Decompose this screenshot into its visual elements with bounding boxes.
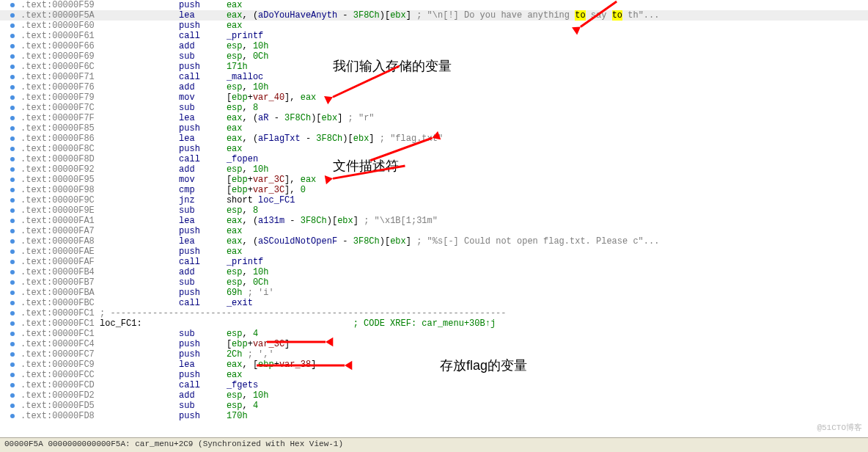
mnemonic: push: [179, 349, 200, 360]
breakpoint-dot[interactable]: [10, 229, 15, 233]
asm-line[interactable]: .text:00000FAF call _printf: [0, 257, 868, 267]
address: .text:00000F5A: [21, 10, 95, 21]
breakpoint-dot[interactable]: [10, 44, 15, 48]
asm-line[interactable]: .text:00000FC1 sub esp, 4: [0, 329, 868, 339]
mnemonic: add: [179, 41, 195, 51]
breakpoint-dot[interactable]: [10, 13, 15, 18]
asm-line[interactable]: .text:00000F95 mov [ebp+var_3C], eax: [0, 175, 868, 185]
breakpoint-dot[interactable]: [10, 95, 15, 100]
breakpoint-dot[interactable]: [10, 219, 15, 223]
asm-line[interactable]: .text:00000FD5 sub esp, 4: [0, 401, 868, 411]
mnemonic: add: [179, 267, 195, 277]
asm-line[interactable]: .text:00000FCC push eax: [0, 370, 868, 380]
asm-line[interactable]: .text:00000FB4 add esp, 10h: [0, 267, 868, 277]
breakpoint-dot[interactable]: [10, 157, 15, 161]
address: .text:00000F9C: [21, 195, 95, 205]
asm-line[interactable]: .text:00000F71 call _malloc: [0, 72, 868, 82]
breakpoint-dot[interactable]: [10, 178, 15, 182]
breakpoint-dot[interactable]: [10, 239, 15, 244]
asm-line[interactable]: .text:00000FB7 sub esp, 0Ch: [0, 277, 868, 288]
asm-line[interactable]: .text:00000F7F lea eax, (aR - 3F8Ch)[ebx…: [0, 113, 868, 123]
mnemonic: mov: [179, 92, 195, 103]
breakpoint-dot[interactable]: [10, 291, 15, 295]
asm-line[interactable]: .text:00000FA1 lea eax, (a131m - 3F8Ch)[…: [0, 216, 868, 226]
asm-line[interactable]: .text:00000F98 cmp [ebp+var_3C], 0: [0, 185, 868, 195]
asm-line[interactable]: .text:00000FA8 lea eax, (aSCouldNotOpenF…: [0, 236, 868, 247]
mnemonic: call: [179, 380, 200, 390]
asm-line[interactable]: .text:00000F7C sub esp, 8: [0, 103, 868, 113]
asm-line[interactable]: .text:00000FA7 push eax: [0, 226, 868, 236]
breakpoint-dot[interactable]: [10, 34, 15, 38]
asm-line[interactable]: .text:00000F59 push eax: [0, 0, 868, 10]
breakpoint-dot[interactable]: [10, 3, 15, 7]
breakpoint-dot[interactable]: [10, 147, 15, 151]
breakpoint-dot[interactable]: [10, 414, 15, 418]
asm-line[interactable]: .text:00000F8D call _fopen: [0, 154, 868, 164]
breakpoint-dot[interactable]: [10, 404, 15, 408]
breakpoint-dot[interactable]: [10, 362, 15, 367]
breakpoint-dot[interactable]: [10, 136, 15, 141]
breakpoint-dot[interactable]: [10, 54, 15, 59]
asm-line[interactable]: .text:00000F8C push eax: [0, 144, 868, 154]
breakpoint-dot[interactable]: [10, 249, 15, 254]
asm-line[interactable]: .text:00000F60 push eax: [0, 21, 868, 31]
asm-line[interactable]: .text:00000FC7 push 2Ch ; ',': [0, 349, 868, 360]
breakpoint-dot[interactable]: [10, 106, 15, 110]
asm-line[interactable]: .text:00000F79 mov [ebp+var_40], eax: [0, 92, 868, 103]
breakpoint-dot[interactable]: [10, 393, 15, 398]
asm-line[interactable]: .text:00000F66 add esp, 10h: [0, 41, 868, 51]
breakpoint-dot[interactable]: [10, 23, 15, 28]
asm-line[interactable]: .text:00000F69 sub esp, 0Ch: [0, 51, 868, 62]
asm-line[interactable]: .text:00000F61 call _printf: [0, 31, 868, 41]
asm-line[interactable]: .text:00000FD8 push 170h: [0, 411, 868, 421]
breakpoint-dot[interactable]: [10, 116, 15, 120]
mnemonic: call: [179, 72, 200, 82]
breakpoint-dot[interactable]: [10, 65, 15, 69]
breakpoint-dot[interactable]: [10, 373, 15, 377]
breakpoint-dot[interactable]: [10, 311, 15, 316]
breakpoint-dot[interactable]: [10, 167, 15, 172]
mnemonic: push: [179, 370, 200, 380]
asm-line[interactable]: .text:00000F92 add esp, 10h: [0, 164, 868, 175]
asm-line[interactable]: .text:00000F76 add esp, 10h: [0, 82, 868, 92]
asm-line[interactable]: .text:00000FBC call _exit: [0, 298, 868, 308]
address: .text:00000FC7: [21, 349, 95, 360]
asm-line[interactable]: .text:00000F86 lea eax, (aFlagTxt - 3F8C…: [0, 134, 868, 144]
breakpoint-dot[interactable]: [10, 383, 15, 387]
mnemonic: push: [179, 411, 200, 421]
breakpoint-dot[interactable]: [10, 270, 15, 274]
breakpoint-dot[interactable]: [10, 85, 15, 90]
breakpoint-dot[interactable]: [10, 352, 15, 357]
asm-line[interactable]: .text:00000FC1 loc_FC1: ; CODE XREF: car…: [0, 318, 868, 329]
asm-line[interactable]: .text:00000FC9 lea eax, [ebp+var_38]: [0, 360, 868, 370]
address: .text:00000F95: [21, 175, 95, 185]
asm-line[interactable]: .text:00000F6C push 171h: [0, 62, 868, 72]
address: .text:00000FD2: [21, 390, 95, 401]
asm-line[interactable]: .text:00000F85 push eax: [0, 123, 868, 134]
asm-line[interactable]: .text:00000FBA push 69h ; 'i': [0, 288, 868, 298]
breakpoint-dot[interactable]: [10, 208, 15, 213]
asm-line[interactable]: .text:00000FAE push eax: [0, 247, 868, 257]
asm-line[interactable]: .text:00000F9E sub esp, 8: [0, 205, 868, 216]
asm-line[interactable]: .text:00000FD2 add esp, 10h: [0, 390, 868, 401]
asm-line[interactable]: .text:00000FC4 push [ebp+var_3C]: [0, 339, 868, 349]
breakpoint-dot[interactable]: [10, 321, 15, 326]
breakpoint-dot[interactable]: [10, 332, 15, 336]
asm-line[interactable]: .text:00000FC1 ; -----------------------…: [0, 308, 868, 318]
asm-line[interactable]: .text:00000F9C jnz short loc_FC1: [0, 195, 868, 205]
breakpoint-dot[interactable]: [10, 342, 15, 346]
mnemonic: push: [179, 123, 200, 134]
address: .text:00000F60: [21, 21, 95, 31]
breakpoint-dot[interactable]: [10, 126, 15, 131]
breakpoint-dot[interactable]: [10, 188, 15, 192]
address: .text:00000F98: [21, 185, 95, 195]
breakpoint-dot[interactable]: [10, 301, 15, 305]
breakpoint-dot[interactable]: [10, 198, 15, 203]
comment: ; "flag.txt": [375, 134, 444, 144]
breakpoint-dot[interactable]: [10, 260, 15, 264]
asm-line[interactable]: .text:00000F5A lea eax, (aDoYouHaveAnyth…: [0, 10, 868, 21]
breakpoint-dot[interactable]: [10, 75, 15, 79]
asm-line[interactable]: .text:00000FCD call _fgets: [0, 380, 868, 390]
breakpoint-dot[interactable]: [10, 280, 15, 285]
disassembly-view[interactable]: .text:00000F59 push eax.text:00000F5A le…: [0, 0, 868, 434]
